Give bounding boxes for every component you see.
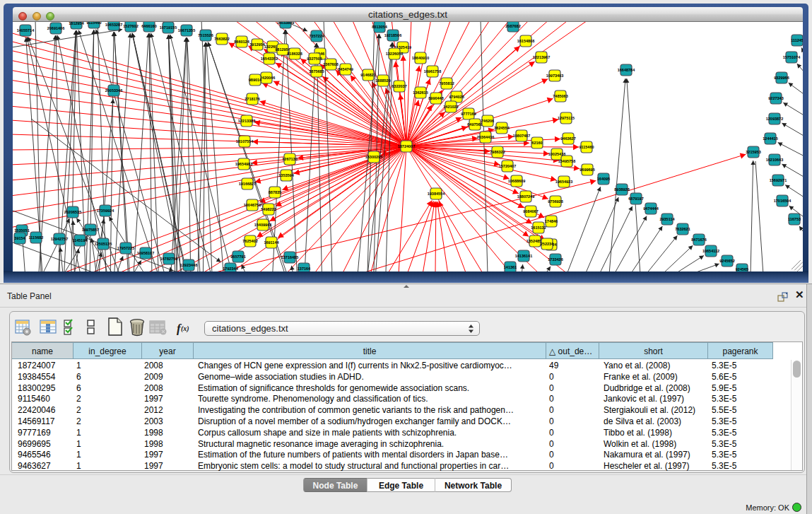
svg-text:9463627: 9463627 [560, 136, 575, 141]
svg-text:12942757: 12942757 [51, 237, 68, 241]
svg-text:10958107: 10958107 [137, 251, 154, 255]
svg-text:1615132: 1615132 [531, 226, 546, 230]
svg-text:16671355: 16671355 [178, 28, 195, 33]
svg-text:2935114: 2935114 [659, 217, 675, 221]
svg-text:8990448: 8990448 [428, 96, 443, 100]
svg-text:1353594: 1353594 [278, 173, 294, 177]
svg-text:19166827: 19166827 [239, 182, 256, 186]
svg-text:164095: 164095 [597, 177, 610, 181]
svg-text:12213967: 12213967 [533, 55, 550, 59]
svg-text:17016504: 17016504 [774, 199, 792, 203]
svg-text:9146821: 9146821 [360, 73, 375, 77]
svg-text:9115460: 9115460 [579, 145, 594, 149]
svg-text:746206: 746206 [481, 119, 494, 123]
svg-text:16543352: 16543352 [261, 57, 278, 61]
svg-text:7357224: 7357224 [309, 34, 324, 38]
svg-text:19218506: 19218506 [384, 33, 401, 37]
svg-text:6466160: 6466160 [141, 24, 156, 28]
svg-text:7515526: 7515526 [198, 33, 213, 37]
svg-text:16782759: 16782759 [160, 257, 177, 261]
svg-text:14136141: 14136141 [515, 254, 532, 258]
svg-text:9115460: 9115460 [86, 22, 101, 25]
svg-text:10688609: 10688609 [508, 179, 525, 183]
svg-text:3875685: 3875685 [309, 69, 324, 74]
svg-text:1888520: 1888520 [375, 78, 390, 83]
svg-text:9777169: 9777169 [461, 112, 476, 116]
svg-text:10719155: 10719155 [160, 25, 177, 30]
svg-text:1244415: 1244415 [763, 136, 777, 141]
svg-text:15692971: 15692971 [770, 178, 787, 182]
svg-text:989014: 989014 [249, 78, 262, 82]
svg-text:12093872: 12093872 [766, 117, 783, 121]
svg-text:6879197: 6879197 [628, 197, 643, 201]
svg-text:1362615: 1362615 [413, 90, 428, 95]
svg-text:12213383: 12213383 [238, 119, 255, 123]
svg-text:18640910: 18640910 [412, 56, 429, 60]
svg-text:15409948: 15409948 [254, 223, 271, 227]
svg-text:9227343: 9227343 [768, 96, 783, 100]
svg-text:252234: 252234 [541, 242, 554, 246]
svg-text:116753: 116753 [788, 217, 801, 221]
svg-text:18724007: 18724007 [398, 144, 415, 148]
svg-text:8471676: 8471676 [691, 238, 706, 242]
svg-text:13226058: 13226058 [386, 52, 403, 56]
svg-text:10654112: 10654112 [702, 249, 719, 253]
svg-text:887835: 887835 [269, 190, 281, 194]
svg-text:174846: 174846 [545, 219, 558, 223]
svg-text:1421022: 1421022 [443, 105, 458, 109]
svg-text:8454749: 8454749 [338, 67, 353, 71]
svg-text:1792344: 1792344 [223, 267, 238, 271]
svg-text:(x): (x) [181, 325, 189, 333]
svg-text:20364436: 20364436 [477, 135, 494, 139]
svg-text:6497568: 6497568 [467, 122, 482, 127]
svg-text:19384554: 19384554 [428, 192, 445, 196]
svg-text:8813054: 8813054 [372, 25, 387, 29]
svg-text:7986322: 7986322 [490, 150, 505, 154]
svg-text:9084067: 9084067 [523, 209, 538, 214]
svg-text:12505135: 12505135 [95, 242, 112, 246]
svg-text:9756928: 9756928 [548, 199, 563, 204]
svg-text:16154808: 16154808 [517, 39, 534, 43]
svg-text:16648784: 16648784 [618, 68, 635, 72]
svg-text:7632621: 7632621 [675, 227, 690, 231]
svg-text:2718176: 2718176 [245, 97, 259, 101]
svg-text:7625402: 7625402 [242, 239, 257, 243]
svg-text:7955812: 7955812 [439, 81, 454, 86]
svg-text:9474444: 9474444 [643, 206, 659, 211]
svg-text:17957225: 17957225 [117, 246, 134, 250]
svg-text:9657791: 9657791 [230, 255, 245, 259]
svg-text:16961758: 16961758 [424, 69, 441, 74]
svg-text:10046758: 10046758 [244, 203, 261, 207]
svg-text:12923448: 12923448 [180, 263, 197, 267]
svg-text:10807487: 10807487 [513, 134, 530, 138]
svg-text:12975115: 12975115 [558, 116, 575, 120]
svg-text:1691144: 1691144 [264, 240, 279, 245]
svg-text:16033809: 16033809 [277, 22, 294, 25]
svg-text:16210643: 16210643 [766, 158, 783, 162]
svg-text:9699695: 9699695 [579, 168, 594, 172]
svg-text:17359924: 17359924 [97, 209, 114, 213]
svg-text:13716485: 13716485 [281, 255, 298, 259]
svg-text:39154: 39154 [14, 236, 25, 240]
svg-text:20691406: 20691406 [47, 26, 64, 30]
svg-text:924565: 924565 [736, 267, 748, 271]
svg-text:10653287: 10653287 [105, 23, 122, 27]
svg-text:10973493: 10973493 [546, 74, 563, 78]
svg-text:3267130: 3267130 [282, 157, 297, 161]
svg-text:1535051: 1535051 [14, 228, 29, 233]
svg-text:1115682: 1115682 [29, 235, 44, 240]
svg-text:7485063: 7485063 [553, 94, 567, 98]
svg-text:1145194: 1145194 [72, 238, 88, 243]
svg-text:5498222: 5498222 [261, 207, 276, 211]
svg-text:3215953: 3215953 [746, 150, 760, 154]
svg-text:6322037: 6322037 [392, 84, 406, 88]
svg-text:18807249: 18807249 [517, 194, 534, 199]
svg-text:1812954: 1812954 [69, 22, 84, 25]
svg-text:18300295: 18300295 [365, 155, 382, 159]
svg-text:20053346: 20053346 [105, 88, 122, 93]
svg-text:15495758: 15495758 [558, 159, 575, 163]
svg-text:19654983: 19654983 [235, 162, 252, 166]
svg-text:9794028: 9794028 [449, 95, 464, 99]
svg-text:15720407: 15720407 [499, 164, 516, 168]
svg-text:19975857: 19975857 [82, 228, 99, 232]
